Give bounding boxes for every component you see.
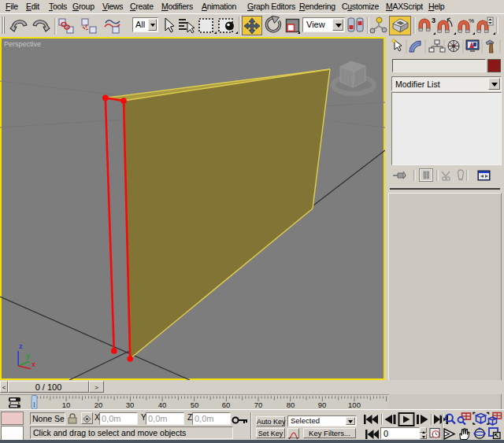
svg-text:70: 70 — [254, 401, 263, 409]
svg-text:30: 30 — [126, 401, 135, 409]
svg-text:60: 60 — [222, 401, 231, 409]
svg-text:z: z — [19, 342, 23, 350]
svg-text:20: 20 — [94, 401, 103, 409]
svg-text:%: % — [469, 17, 474, 24]
svg-text:x: x — [32, 360, 35, 368]
svg-text:Perspective: Perspective — [4, 40, 41, 48]
svg-text:40: 40 — [158, 401, 167, 409]
svg-text:10: 10 — [62, 401, 71, 409]
svg-text:90: 90 — [318, 401, 327, 409]
svg-text:50: 50 — [191, 401, 199, 409]
svg-text:3: 3 — [432, 17, 435, 24]
svg-text:y: y — [26, 352, 30, 360]
svg-text:80: 80 — [287, 401, 295, 409]
svg-text:100: 100 — [348, 401, 361, 409]
